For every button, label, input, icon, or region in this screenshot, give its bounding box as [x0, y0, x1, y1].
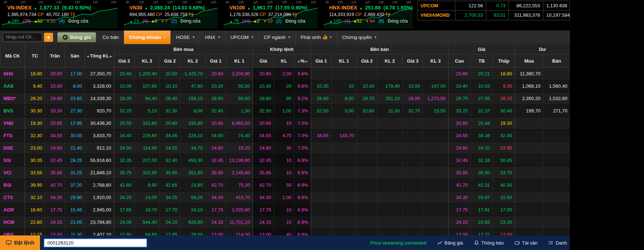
index-name[interactable]: VN-INDEX — [7, 5, 32, 11]
ticker-cell[interactable]: VCI — [0, 167, 25, 179]
price-row-FTS[interactable]: FTS32.3034.5530.053,833,7034.40226,6034.… — [0, 130, 570, 142]
price-row-AAS[interactable]: AAS9.4010.808.003,328,0010.00107,8010.10… — [0, 80, 570, 92]
ceiling-count: (24) — [23, 19, 31, 24]
col-total-volume[interactable]: ◂Tổng KL▸ — [85, 44, 114, 68]
summary-row-upcom[interactable]: UPCOM 122.56 0.73 86,222,553 1,130.638 — [417, 1, 570, 11]
cell — [423, 216, 448, 229]
ticker-cell[interactable]: AGR — [0, 204, 25, 216]
price-row-SHS[interactable]: SHS18.8020.6017.0027,350,7020.401,200,40… — [0, 68, 570, 80]
cell: 32.45 — [448, 154, 471, 167]
price-row-MBS[interactable]: MBS*26.2028.8023.6014,339,3028.3094,4028… — [0, 92, 570, 105]
nav-cp-nganh[interactable]: CP ngành ▾ — [258, 31, 295, 44]
cell: 34.16 — [471, 130, 493, 142]
col-prev-icon[interactable]: ◂ — [87, 54, 89, 58]
cell — [357, 142, 377, 154]
index-block-hnx[interactable]: 9h10h11h12h13h14h15h HNX-INDEX ▲ 251.88 … — [322, 0, 417, 31]
ticker-cell[interactable]: CTS — [0, 191, 25, 204]
cell: 2,768,60 — [85, 179, 114, 191]
index-change: (14.03 0.68%) — [173, 5, 205, 11]
ticker-search-input[interactable] — [3, 33, 42, 41]
price-row-AGR[interactable]: AGR16.6017.7515.452,945,0017.6516,7017.7… — [0, 204, 570, 216]
index-name[interactable]: HNX-INDEX — [329, 5, 357, 11]
cell: 10.20 — [206, 80, 226, 92]
col-next-icon[interactable]: ▸ — [110, 54, 112, 58]
cell — [311, 68, 331, 80]
nav-chung-quyen[interactable]: Chứng quyền ▾ — [337, 31, 381, 44]
ticker-cell[interactable]: FTS — [0, 130, 25, 142]
account-number-input[interactable] — [44, 238, 147, 247]
cell: 912,10 — [85, 142, 114, 154]
bell-icon — [474, 240, 479, 245]
ticker-cell[interactable]: MBS* — [0, 92, 25, 105]
price-row-BVS[interactable]: BVS30.3033.3027.30920,7032.205,1032.308,… — [0, 105, 570, 117]
ticker-cell[interactable]: VND — [0, 117, 25, 130]
cell — [515, 167, 543, 179]
price-row-VND[interactable]: VND19.3020.6517.9530,436,3020.55332,8020… — [0, 117, 570, 130]
nav-upcom[interactable]: UPCOM ▾ — [225, 31, 258, 44]
cell — [377, 167, 403, 179]
bottom-danh-muc[interactable]: Danh — [548, 240, 567, 246]
ticker-cell[interactable]: ORS — [0, 229, 25, 236]
cell: 9.6% — [294, 80, 311, 92]
cell: 32.16 — [471, 154, 493, 167]
ticker-cell[interactable]: SSI — [0, 154, 25, 167]
cell: 40 — [274, 229, 294, 236]
nav-hnx[interactable]: HNX ▾ — [200, 31, 225, 44]
nav-label: HOSE — [176, 35, 190, 40]
cell: 32.45 — [206, 154, 226, 167]
price-row-HCM[interactable]: HCM22.6024.1521.0523,784,8024.05544,4024… — [0, 216, 570, 229]
cell: 24.50 — [114, 142, 134, 154]
summary-label: VNDIAMOND — [417, 11, 455, 20]
nav-bang-gia[interactable]: ✔ Bảng giá — [57, 32, 96, 42]
cell: 10.40 — [448, 80, 471, 92]
bottom-tai-san[interactable]: Tài sản — [515, 240, 538, 246]
cell: 26.10 — [493, 92, 515, 105]
index-name[interactable]: VN30 — [129, 5, 142, 11]
add-ticker-button[interactable]: + — [44, 33, 53, 42]
price-row-CTS[interactable]: CTS32.1034.3029.901,910,0034.2014,0034.2… — [0, 191, 570, 204]
nav-chung-khoan[interactable]: Chứng khoán ▾ — [124, 31, 170, 44]
price-row-ORS[interactable]: ORS12.1513.0011.302,407,1012.8064,8012.8… — [0, 229, 570, 236]
nav-hose[interactable]: HOSE ▾ — [170, 31, 200, 44]
cell: 19,20 — [226, 142, 253, 154]
index-name[interactable]: VN100 — [229, 5, 245, 11]
nav-phai-sinh[interactable]: Phái sinh ▾ — [295, 31, 337, 44]
index-block-vnindex[interactable]: 9h10h11h12h13h14h15h VN-INDEX ▲ 1,877.33… — [0, 0, 122, 31]
cell: 24.10 — [471, 142, 493, 154]
cell: 20.40 — [114, 68, 134, 80]
price-row-SSI[interactable]: SSI30.3532.4528.2555,916,6032.35207,0032… — [0, 154, 570, 167]
cell: 24.15 — [253, 216, 274, 229]
price-row-DSE[interactable]: DSE23.0024.6021.40912,1024.50114,9024.55… — [0, 142, 570, 154]
cell: 1,00 — [274, 105, 294, 117]
ticker-cell[interactable]: HCM — [0, 216, 25, 229]
col-match-pct[interactable]: ◂%▸ — [294, 55, 311, 68]
price-row-VCI[interactable]: VCI33.5535.8531.2521,849,1035.75332,9035… — [0, 167, 570, 179]
bottom-bang-gia[interactable]: Bảng giá — [437, 240, 463, 246]
cell: 1,273,50 — [423, 92, 448, 105]
cell: 34.40 — [114, 130, 134, 142]
bottom-thong-bao[interactable]: Thông báo — [474, 240, 504, 246]
ticker-cell[interactable]: AAS — [0, 80, 25, 92]
price-row-BSI[interactable]: BSI39.9542.7037.202,768,6042.609,9042.65… — [0, 179, 570, 191]
square-icon: ■ — [152, 19, 154, 23]
col-prev-icon[interactable]: ◂ — [298, 59, 299, 63]
cell: 12.72 — [471, 229, 493, 236]
index-block-vn30[interactable]: 9h10h11h12h13h14h15h VN30 ▲ 2,080.24 (14… — [122, 0, 222, 31]
place-order-button[interactable]: Đặt lệnh — [0, 235, 40, 250]
cell: 28.70 — [357, 92, 377, 105]
cell: 3,833,70 — [85, 130, 114, 142]
ticker-cell[interactable]: BVS — [0, 105, 25, 117]
decliners-count: ▼64 — [366, 19, 375, 24]
nav-co-ban[interactable]: Cơ bản — [97, 31, 124, 44]
cell: 20.65 — [206, 117, 226, 130]
index-block-vn100[interactable]: 9h10h11h12h13h14h15h VN100 ▲ 1,961.77 (1… — [222, 0, 322, 31]
ticker-cell[interactable]: DSE — [0, 142, 25, 154]
square-icon: ■ — [254, 19, 256, 23]
ticker-cell[interactable]: SHS — [0, 68, 25, 80]
summary-row-vndiamond[interactable]: VNDIAMOND 2,700.33 63.51 311,983,378 10,… — [417, 11, 570, 20]
col-next-icon[interactable]: ▸ — [306, 59, 307, 63]
cell — [357, 117, 377, 130]
cell: 34.50 — [206, 130, 226, 142]
ticker-cell[interactable]: BSI — [0, 179, 25, 191]
col-symbol[interactable]: Mã CK — [0, 44, 25, 68]
